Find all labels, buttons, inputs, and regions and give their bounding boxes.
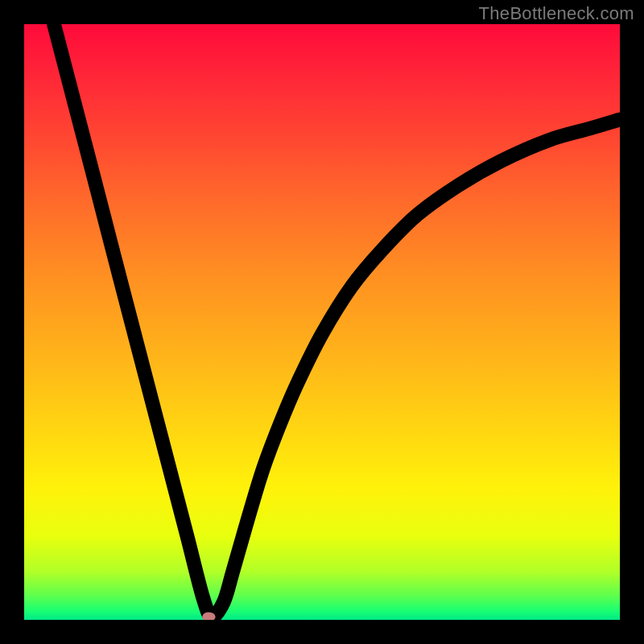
watermark-text: TheBottleneck.com <box>479 3 634 24</box>
bottleneck-curve <box>54 24 620 617</box>
curve-svg <box>24 24 620 620</box>
chart-container: TheBottleneck.com <box>0 0 644 644</box>
plot-area <box>24 24 620 620</box>
